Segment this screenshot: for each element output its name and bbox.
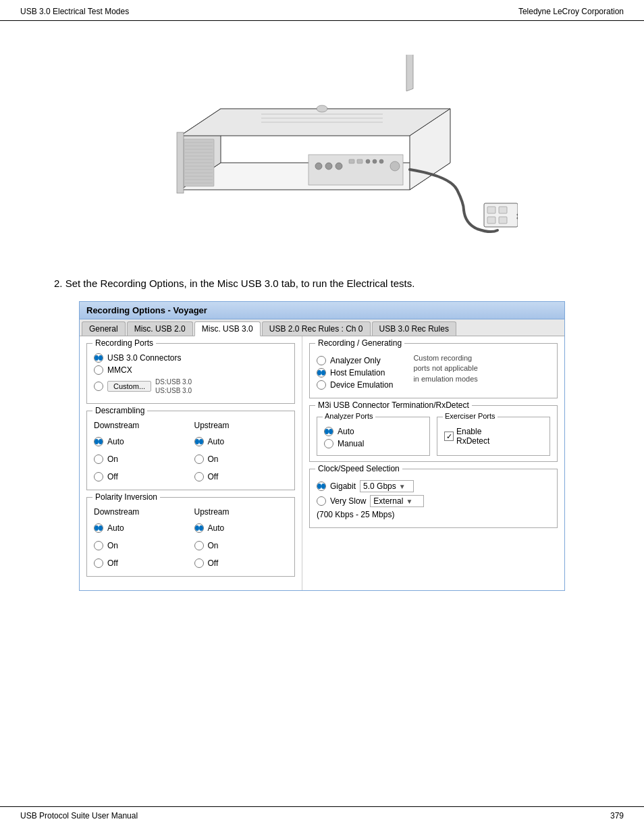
svg-rect-23 [308,155,403,185]
pol-us-auto-option[interactable]: Auto [194,523,288,533]
instruction-text: 2. Set the Recording Options, in the Mis… [41,278,603,289]
recording-ports-section: Recording Ports USB 3.0 Connectors MMCX [86,343,295,404]
recording-ports-label: Recording Ports [92,338,156,348]
gigabit-dropdown[interactable]: 5.0 Gbps ▼ [360,480,414,492]
analyzer-manual-radio[interactable] [324,439,333,448]
analyzer-only-radio[interactable] [317,356,326,365]
descrambling-section: Descrambling Downstream Upstream Auto [86,411,295,490]
desc-us-off-label: Off [208,472,219,481]
svg-point-24 [315,163,322,170]
pol-ds-on-label: On [107,541,118,550]
host-emulation-label: Host Emulation [330,368,385,377]
pol-ds-auto-label: Auto [107,523,124,533]
desc-ds-off-label: Off [107,472,118,481]
header-right: Teledyne LeCroy Corporation [518,7,624,16]
desc-us-auto-radio[interactable] [194,437,204,446]
usb30-connectors-label: USB 3.0 Connectors [107,353,181,363]
very-slow-dropdown-arrow: ▼ [406,498,412,505]
enable-rxdetect-checkbox[interactable]: ✓ [444,432,454,441]
host-emulation-radio[interactable] [317,368,326,377]
tab-general[interactable]: General [82,321,126,336]
pol-ds-on-option[interactable]: On [94,541,188,550]
speed-range-note: (700 Kbps - 25 Mbps) [317,510,550,519]
pol-us-off-option[interactable]: Off [194,558,288,568]
desc-ds-auto-option[interactable]: Auto [94,437,188,446]
descrambling-label: Descrambling [92,406,147,415]
very-slow-dropdown[interactable]: External ▼ [370,495,424,507]
desc-ds-auto-radio[interactable] [94,437,103,446]
desc-us-on-option[interactable]: On [194,454,288,464]
analyzer-auto-option[interactable]: Auto [324,427,423,436]
exerciser-ports-label: Exerciser Ports [443,412,498,420]
speed-range-text: (700 Kbps - 25 Mbps) [317,510,394,519]
pol-ds-off-radio[interactable] [94,558,103,568]
desc-ds-off-radio[interactable] [94,472,103,481]
desc-ds-on-label: On [107,454,118,464]
pol-us-on-radio[interactable] [194,541,204,550]
analyzer-only-label: Analyzer Only [330,356,381,365]
page-footer: USB Protocol Suite User Manual 379 [0,806,644,820]
very-slow-label: Very Slow [330,496,366,506]
very-slow-row[interactable]: Very Slow External ▼ [317,495,550,507]
pol-us-off-radio[interactable] [194,558,204,568]
svg-rect-36 [487,217,495,224]
device-emulation-radio[interactable] [317,380,326,390]
recording-generating-label: Recording / Generating [315,338,404,348]
custom-option[interactable]: Custom... DS:USB 3.0US:USB 3.0 [94,377,288,395]
tab-usb2-rec-rules[interactable]: USB 2.0 Rec Rules : Ch 0 [262,321,371,336]
mmcx-radio[interactable] [94,365,103,375]
svg-rect-21 [177,132,184,193]
exerciser-ports-box: Exerciser Ports ✓ EnableRxDetect [437,417,550,456]
clock-speed-label: Clock/Speed Selection [315,464,402,473]
very-slow-radio[interactable] [317,496,326,506]
header-left: USB 3.0 Electrical Test Modes [20,7,129,16]
pol-us-on-option[interactable]: On [194,541,288,550]
dialog-panel: Recording Options - Voyager General Misc… [79,301,565,591]
custom-button[interactable]: Custom... [107,381,151,392]
ds-us-label: DS:USB 3.0US:USB 3.0 [155,377,192,395]
desc-ds-on-radio[interactable] [94,454,103,464]
mmcx-option[interactable]: MMCX [94,365,288,375]
page-header: USB 3.0 Electrical Test Modes Teledyne L… [0,0,644,21]
tab-usb3-rec-rules[interactable]: USB 3.0 Rec Rules [372,321,456,336]
host-emulation-option[interactable]: Host Emulation [317,368,393,377]
pol-ds-auto-option[interactable]: Auto [94,523,188,533]
upstream-header-pol: Upstream [194,507,288,518]
desc-us-off-radio[interactable] [194,472,204,481]
svg-rect-27 [349,159,354,163]
analyzer-manual-option[interactable]: Manual [324,439,423,448]
desc-ds-on-option[interactable]: On [94,454,188,464]
device-emulation-option[interactable]: Device Emulation [317,380,393,390]
mmcx-label: MMCX [107,365,132,375]
desc-us-off-option[interactable]: Off [194,472,288,481]
usb30-connectors-option[interactable]: USB 3.0 Connectors [94,353,288,363]
right-panel: Recording / Generating Analyzer Only Hos… [302,336,564,590]
tab-misc-usb3[interactable]: Misc. USB 3.0 [194,321,261,336]
analyzer-only-option[interactable]: Analyzer Only [317,356,393,365]
clock-speed-section: Clock/Speed Selection Gigabit 5.0 Gbps ▼ [309,469,558,528]
pol-us-auto-radio[interactable] [194,523,204,533]
svg-point-30 [373,159,377,163]
svg-rect-35 [487,207,495,213]
gigabit-radio[interactable] [317,481,326,491]
desc-us-on-radio[interactable] [194,454,204,464]
dialog-content: Recording Ports USB 3.0 Connectors MMCX [80,336,564,590]
tab-misc-usb2[interactable]: Misc. USB 2.0 [127,321,193,336]
pol-us-off-label: Off [208,558,219,568]
desc-us-auto-option[interactable]: Auto [194,437,288,446]
usb30-connectors-radio[interactable] [94,353,103,363]
pol-ds-auto-radio[interactable] [94,523,103,533]
device-emulation-label: Device Emulation [330,380,393,390]
analyzer-auto-radio[interactable] [324,427,333,436]
custom-radio[interactable] [94,382,103,391]
pol-us-on-label: On [208,541,219,550]
pol-ds-off-option[interactable]: Off [94,558,188,568]
downstream-header-pol: Downstream [94,507,188,518]
pol-ds-on-radio[interactable] [94,541,103,550]
gigabit-row[interactable]: Gigabit 5.0 Gbps ▼ [317,480,550,492]
enable-rxdetect-row[interactable]: ✓ EnableRxDetect [444,427,543,446]
desc-ds-off-option[interactable]: Off [94,472,188,481]
footer-left: USB Protocol Suite User Manual [20,811,138,820]
analyzer-manual-label: Manual [338,439,364,448]
svg-point-31 [379,159,383,163]
